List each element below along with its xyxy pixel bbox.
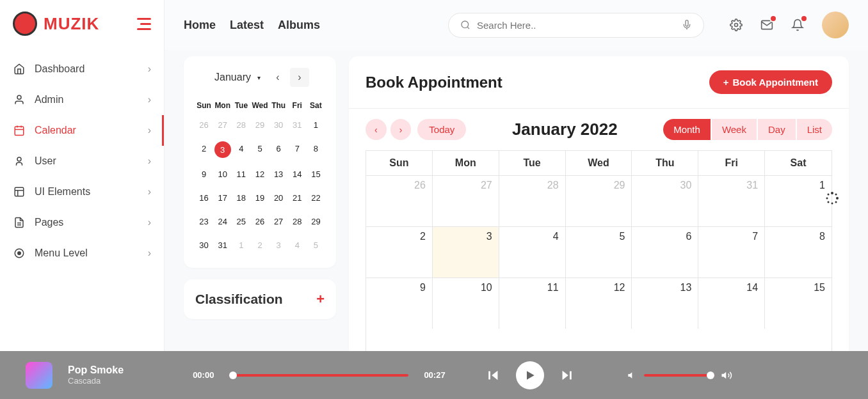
mini-day[interactable]: 12: [251, 163, 268, 185]
mini-day[interactable]: 28: [289, 210, 306, 233]
big-cell[interactable]: 28: [499, 175, 566, 226]
big-cell[interactable]: 5: [566, 226, 632, 278]
topnav-latest[interactable]: Latest: [230, 19, 264, 32]
big-cell[interactable]: 10: [433, 278, 499, 329]
avatar[interactable]: [822, 12, 849, 38]
big-cell[interactable]: 15: [765, 278, 832, 329]
mini-day[interactable]: 30: [195, 234, 213, 256]
mini-day[interactable]: 18: [232, 187, 250, 209]
sidebar-item-menu-level[interactable]: Menu Level›: [0, 238, 164, 269]
next-icon[interactable]: [559, 368, 574, 382]
mini-day[interactable]: 24: [214, 210, 231, 233]
mini-day[interactable]: 13: [270, 163, 287, 185]
big-cell[interactable]: 1: [765, 175, 832, 226]
mini-day[interactable]: 2: [195, 137, 213, 162]
mini-day[interactable]: 1: [307, 114, 325, 136]
mini-day[interactable]: 27: [270, 210, 287, 233]
sidebar-item-dashboard[interactable]: Dashboard›: [0, 54, 164, 84]
mini-day[interactable]: 11: [232, 163, 250, 185]
mini-day[interactable]: 10: [214, 163, 231, 185]
mini-day[interactable]: 4: [289, 234, 306, 256]
mini-day[interactable]: 28: [232, 114, 250, 136]
topnav-home[interactable]: Home: [184, 19, 216, 32]
bell-icon[interactable]: [791, 19, 804, 31]
plus-icon[interactable]: +: [316, 291, 325, 308]
view-month-button[interactable]: Month: [663, 119, 711, 140]
mini-day[interactable]: 5: [251, 137, 268, 162]
big-cell[interactable]: 31: [698, 175, 765, 226]
mini-day[interactable]: 15: [307, 163, 325, 185]
search-box[interactable]: [448, 13, 704, 38]
big-cell[interactable]: 7: [698, 226, 765, 278]
big-cell[interactable]: 14: [698, 278, 765, 329]
settings-icon[interactable]: [730, 19, 743, 31]
prev-icon[interactable]: [486, 368, 501, 382]
mini-day[interactable]: 26: [251, 210, 268, 233]
mini-day[interactable]: 8: [307, 137, 325, 162]
progress-bar[interactable]: [229, 374, 408, 377]
mini-day[interactable]: 3: [214, 141, 231, 158]
sidebar-item-user[interactable]: User›: [0, 146, 164, 176]
volume-bar[interactable]: [644, 374, 714, 377]
mini-day[interactable]: 2: [251, 234, 268, 256]
big-cell[interactable]: 2: [366, 226, 433, 278]
view-day-button[interactable]: Day: [758, 119, 796, 140]
sidebar-item-ui-elements[interactable]: UI Elements›: [0, 176, 164, 207]
hamburger-icon[interactable]: [137, 18, 151, 30]
mini-day[interactable]: 29: [307, 210, 325, 233]
mini-day[interactable]: 9: [195, 163, 213, 185]
mini-day[interactable]: 1: [232, 234, 250, 256]
cal-prev-button[interactable]: ‹: [366, 119, 387, 140]
big-cell[interactable]: 4: [499, 226, 566, 278]
mini-day[interactable]: 31: [289, 114, 306, 136]
mini-day[interactable]: 5: [307, 234, 325, 256]
search-input[interactable]: [477, 20, 682, 31]
mini-day[interactable]: 6: [270, 137, 287, 162]
mini-day[interactable]: 7: [289, 137, 306, 162]
topnav-albums[interactable]: Albums: [278, 19, 320, 32]
sidebar-item-calendar[interactable]: Calendar›: [0, 115, 164, 146]
big-cell[interactable]: 6: [632, 226, 698, 278]
book-appointment-button[interactable]: +Book Appointment: [709, 70, 832, 94]
mic-icon[interactable]: [682, 20, 692, 30]
mini-month[interactable]: January: [211, 70, 255, 85]
mini-day[interactable]: 22: [307, 187, 325, 209]
big-cell[interactable]: 11: [499, 278, 566, 329]
big-cell[interactable]: 29: [566, 175, 632, 226]
view-week-button[interactable]: Week: [712, 119, 757, 140]
big-cell[interactable]: 27: [433, 175, 499, 226]
sidebar-item-pages[interactable]: Pages›: [0, 207, 164, 238]
mini-day[interactable]: 19: [251, 187, 268, 209]
mini-day[interactable]: 3: [270, 234, 287, 256]
view-list-button[interactable]: List: [797, 119, 832, 140]
mini-day[interactable]: 21: [289, 187, 306, 209]
sidebar-item-admin[interactable]: Admin›: [0, 84, 164, 115]
big-cell[interactable]: 13: [632, 278, 698, 329]
mini-day[interactable]: 17: [214, 187, 231, 209]
mini-day[interactable]: 29: [251, 114, 268, 136]
chevron-down-icon[interactable]: ▾: [257, 74, 261, 81]
mail-icon[interactable]: [760, 19, 773, 31]
play-button[interactable]: [516, 361, 544, 389]
mini-day[interactable]: 23: [195, 210, 213, 233]
today-button[interactable]: Today: [417, 119, 466, 140]
mini-next-icon[interactable]: ›: [290, 68, 309, 87]
mini-prev-icon[interactable]: ‹: [268, 68, 287, 87]
mini-day[interactable]: 16: [195, 187, 213, 209]
big-cell[interactable]: 12: [566, 278, 632, 329]
big-cell[interactable]: 30: [632, 175, 698, 226]
album-art[interactable]: [26, 362, 52, 389]
mini-day[interactable]: 25: [232, 210, 250, 233]
mini-day[interactable]: 20: [270, 187, 287, 209]
mini-day[interactable]: 14: [289, 163, 306, 185]
mini-day[interactable]: 4: [232, 137, 250, 162]
mini-day[interactable]: 31: [214, 234, 231, 256]
cal-next-button[interactable]: ›: [390, 119, 412, 140]
big-cell[interactable]: 9: [366, 278, 433, 329]
volume-low-icon[interactable]: [627, 370, 638, 380]
big-cell[interactable]: 3: [433, 226, 499, 278]
mini-day[interactable]: 30: [270, 114, 287, 136]
volume-high-icon[interactable]: [721, 370, 732, 381]
big-cell[interactable]: 8: [765, 226, 832, 278]
mini-day[interactable]: 26: [195, 114, 213, 136]
